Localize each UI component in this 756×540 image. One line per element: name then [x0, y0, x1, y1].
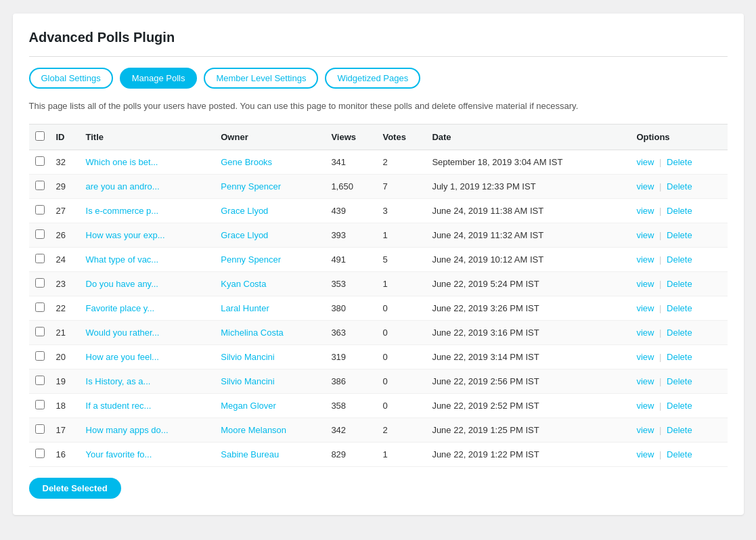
delete-link[interactable]: Delete	[667, 376, 692, 386]
row-date: June 22, 2019 3:16 PM IST	[426, 320, 631, 344]
row-checkbox-29[interactable]	[35, 181, 45, 190]
row-owner[interactable]: Moore Melanson	[221, 425, 286, 435]
page-description: This page lists all of the polls your us…	[29, 99, 728, 113]
row-owner[interactable]: Michelina Costa	[221, 328, 284, 338]
table-row: 19Is History, as a...Silvio Mancini3860J…	[29, 369, 728, 393]
table-header-options: Options	[631, 124, 727, 150]
view-link[interactable]: view	[636, 157, 654, 167]
row-title[interactable]: Do you have any...	[86, 279, 158, 289]
row-checkbox-32[interactable]	[35, 156, 45, 166]
row-checkbox-17[interactable]	[35, 424, 45, 434]
row-id: 19	[51, 369, 81, 393]
table-header-checkbox[interactable]	[29, 124, 51, 150]
view-link[interactable]: view	[636, 181, 654, 192]
row-owner[interactable]: Penny Spencer	[221, 181, 281, 192]
row-title[interactable]: If a student rec...	[86, 401, 152, 411]
row-views: 342	[326, 418, 377, 442]
view-link[interactable]: view	[636, 449, 654, 459]
row-votes: 5	[377, 247, 426, 271]
row-checkbox-24[interactable]	[35, 254, 45, 263]
delete-link[interactable]: Delete	[667, 352, 692, 362]
row-owner[interactable]: Sabine Bureau	[221, 449, 279, 459]
select-all-checkbox[interactable]	[35, 131, 45, 141]
row-checkbox-22[interactable]	[35, 302, 45, 312]
row-title[interactable]: How was your exp...	[86, 230, 165, 240]
row-date: September 18, 2019 3:04 AM IST	[426, 150, 631, 174]
delete-link[interactable]: Delete	[667, 206, 692, 216]
view-link[interactable]: view	[636, 230, 654, 240]
row-date: June 24, 2019 11:38 AM IST	[426, 198, 631, 223]
row-checkbox-26[interactable]	[35, 229, 45, 239]
delete-link[interactable]: Delete	[667, 254, 692, 265]
view-link[interactable]: view	[636, 425, 654, 435]
row-options: view | Delete	[631, 442, 727, 466]
nav-tab-member-level-settings[interactable]: Member Level Settings	[204, 68, 318, 89]
row-owner[interactable]: Laral Hunter	[221, 303, 269, 313]
row-options: view | Delete	[631, 198, 727, 223]
view-link[interactable]: view	[636, 352, 654, 362]
row-title[interactable]: Would you rather...	[86, 328, 160, 338]
delete-link[interactable]: Delete	[667, 449, 692, 459]
row-title[interactable]: Favorite place y...	[86, 303, 155, 313]
table-body: 32Which one is bet...Gene Brooks3412Sept…	[29, 150, 728, 466]
row-owner[interactable]: Gene Brooks	[221, 157, 272, 167]
row-checkbox-18[interactable]	[35, 400, 45, 409]
view-link[interactable]: view	[636, 254, 654, 265]
row-options: view | Delete	[631, 320, 727, 344]
row-date: June 22, 2019 1:25 PM IST	[426, 418, 631, 442]
row-title[interactable]: Your favorite fo...	[86, 449, 152, 459]
row-owner[interactable]: Kyan Costa	[221, 279, 266, 289]
row-title[interactable]: How are you feel...	[86, 352, 159, 362]
row-title[interactable]: are you an andro...	[86, 181, 160, 192]
table-row: 27Is e-commerce p...Grace Llyod4393June …	[29, 198, 728, 223]
row-views: 380	[326, 296, 377, 320]
delete-link[interactable]: Delete	[667, 425, 692, 435]
delete-link[interactable]: Delete	[667, 181, 692, 192]
row-owner[interactable]: Grace Llyod	[221, 230, 268, 240]
nav-tab-global-settings[interactable]: Global Settings	[29, 68, 113, 89]
row-title[interactable]: What type of vac...	[86, 254, 159, 265]
delete-link[interactable]: Delete	[667, 157, 692, 167]
nav-tab-widgetized-pages[interactable]: Widgetized Pages	[325, 68, 420, 89]
row-checkbox-20[interactable]	[35, 351, 45, 361]
row-checkbox-27[interactable]	[35, 205, 45, 215]
row-votes: 0	[377, 296, 426, 320]
row-votes: 2	[377, 150, 426, 174]
row-checkbox-23[interactable]	[35, 278, 45, 288]
view-link[interactable]: view	[636, 303, 654, 313]
row-title[interactable]: How many apps do...	[86, 425, 169, 435]
row-checkbox-21[interactable]	[35, 327, 45, 336]
row-checkbox-19[interactable]	[35, 376, 45, 385]
view-link[interactable]: view	[636, 328, 654, 338]
table-row: 22Favorite place y...Laral Hunter3800Jun…	[29, 296, 728, 320]
nav-tab-manage-polls[interactable]: Manage Polls	[120, 68, 198, 89]
row-checkbox-16[interactable]	[35, 449, 45, 458]
row-views: 386	[326, 369, 377, 393]
table-header-owner: Owner	[215, 124, 326, 150]
options-separator: |	[657, 449, 665, 459]
row-title[interactable]: Is History, as a...	[86, 376, 151, 386]
delete-link[interactable]: Delete	[667, 279, 692, 289]
row-owner[interactable]: Penny Spencer	[221, 254, 281, 265]
row-owner[interactable]: Grace Llyod	[221, 206, 268, 216]
view-link[interactable]: view	[636, 206, 654, 216]
delete-selected-button[interactable]: Delete Selected	[29, 478, 121, 499]
options-separator: |	[657, 254, 665, 265]
table-row: 26How was your exp...Grace Llyod3931June…	[29, 223, 728, 247]
row-votes: 2	[377, 418, 426, 442]
delete-link[interactable]: Delete	[667, 401, 692, 411]
view-link[interactable]: view	[636, 279, 654, 289]
table-header: IDTitleOwnerViewsVotesDateOptions	[29, 124, 728, 150]
row-views: 363	[326, 320, 377, 344]
delete-link[interactable]: Delete	[667, 303, 692, 313]
row-owner[interactable]: Silvio Mancini	[221, 352, 274, 362]
row-title[interactable]: Is e-commerce p...	[86, 206, 159, 216]
delete-link[interactable]: Delete	[667, 328, 692, 338]
view-link[interactable]: view	[636, 376, 654, 386]
row-title[interactable]: Which one is bet...	[86, 157, 158, 167]
table-header-date: Date	[426, 124, 631, 150]
delete-link[interactable]: Delete	[667, 230, 692, 240]
row-owner[interactable]: Megan Glover	[221, 401, 276, 411]
row-owner[interactable]: Silvio Mancini	[221, 376, 274, 386]
view-link[interactable]: view	[636, 401, 654, 411]
